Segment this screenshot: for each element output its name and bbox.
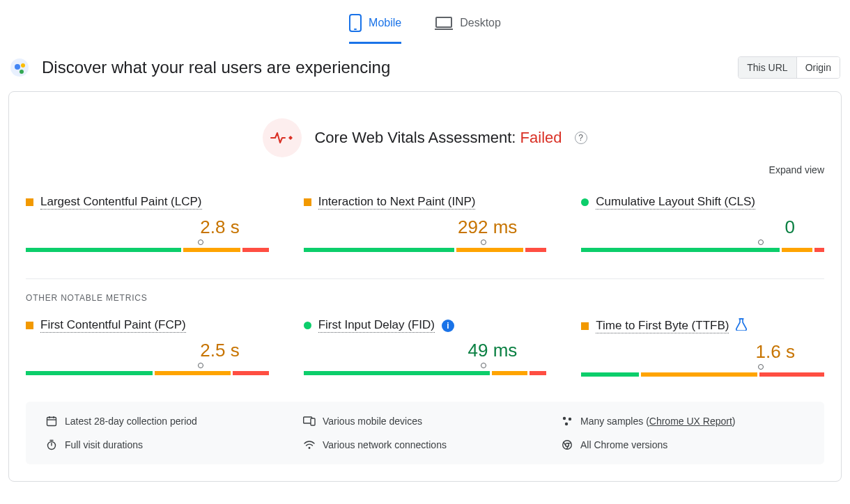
scope-toggle: This URL Origin [738, 56, 840, 79]
mobile-icon [349, 14, 362, 32]
metric-ttfb-bar [581, 365, 824, 377]
experimental-flask-icon [736, 318, 747, 334]
metric-cls: Cumulative Layout Shift (CLS) 0 [581, 195, 824, 252]
tab-desktop[interactable]: Desktop [435, 6, 501, 44]
status-indicator-icon [581, 198, 589, 206]
metric-fid-value: 49 ms [304, 340, 518, 361]
help-icon[interactable]: ? [575, 132, 587, 144]
metric-fcp: First Contentful Paint (FCP) 2.5 s [26, 318, 269, 377]
metric-lcp: Largest Contentful Paint (LCP) 2.8 s [26, 195, 269, 252]
assessment-badge-icon [263, 118, 302, 157]
metric-lcp-value: 2.8 s [26, 216, 240, 238]
info-collection-period: Latest 28-day collection period [45, 416, 289, 427]
devices-icon [303, 416, 316, 426]
tab-desktop-label: Desktop [460, 17, 501, 29]
data-info-box: Latest 28-day collection period Various … [26, 402, 824, 464]
device-tabs: Mobile Desktop [0, 0, 850, 44]
status-indicator-icon [304, 322, 311, 329]
toggle-this-url[interactable]: This URL [739, 57, 796, 78]
metric-cls-name[interactable]: Cumulative Layout Shift (CLS) [596, 195, 755, 210]
info-durations: Full visit durations [45, 439, 289, 450]
info-samples-prefix: Many samples ( [580, 416, 649, 427]
info-devices: Various mobile devices [303, 416, 547, 427]
divider [26, 278, 824, 279]
assessment-status: Failed [520, 129, 562, 146]
tab-mobile[interactable]: Mobile [349, 6, 401, 44]
samples-icon [561, 416, 573, 427]
metric-fcp-value: 2.5 s [26, 340, 240, 361]
chrome-icon [561, 439, 573, 450]
metric-inp-bar [304, 241, 547, 252]
cwv-card: Core Web Vitals Assessment: Failed ? Exp… [8, 91, 842, 482]
metric-fid: First Input Delay (FID) i 49 ms [304, 318, 547, 377]
svg-rect-1 [354, 29, 357, 30]
metric-cls-value: 0 [581, 216, 795, 238]
metric-lcp-name[interactable]: Largest Contentful Paint (LCP) [40, 195, 202, 210]
assessment-prefix: Core Web Vitals Assessment: [314, 129, 516, 146]
svg-point-11 [569, 418, 571, 420]
metric-inp-name[interactable]: Interaction to Next Paint (INP) [318, 195, 476, 210]
svg-point-6 [20, 70, 24, 74]
svg-rect-7 [47, 418, 56, 426]
metric-lcp-bar [26, 241, 269, 252]
metric-cls-bar [581, 241, 824, 252]
info-versions: All Chrome versions [561, 439, 805, 450]
other-metrics-grid: First Contentful Paint (FCP) 2.5 s First… [26, 318, 824, 377]
info-samples-suffix: ) [732, 416, 736, 427]
crux-report-link[interactable]: Chrome UX Report [649, 416, 732, 427]
status-indicator-icon [26, 198, 33, 206]
other-metrics-label: OTHER NOTABLE METRICS [26, 293, 824, 303]
calendar-icon [45, 416, 58, 427]
status-indicator-icon [26, 322, 33, 329]
insight-icon [10, 58, 29, 77]
stopwatch-icon [45, 439, 58, 450]
info-versions-text: All Chrome versions [580, 439, 667, 450]
desktop-icon [435, 16, 453, 30]
metric-inp-value: 292 ms [304, 216, 518, 238]
svg-rect-9 [311, 418, 315, 425]
assessment-text: Core Web Vitals Assessment: Failed [314, 129, 562, 147]
core-metrics-grid: Largest Contentful Paint (LCP) 2.8 s Int… [26, 195, 824, 252]
section-header: Discover what your real users are experi… [0, 44, 850, 91]
page-title: Discover what your real users are experi… [42, 58, 390, 77]
status-indicator-icon [581, 322, 589, 330]
network-icon [303, 440, 316, 450]
info-networks-text: Various network connections [323, 439, 447, 450]
metric-fcp-bar [26, 364, 269, 375]
metric-fid-name[interactable]: First Input Delay (FID) [318, 318, 435, 333]
expand-view-link[interactable]: Expand view [769, 164, 824, 175]
tab-mobile-label: Mobile [369, 17, 401, 29]
svg-point-10 [563, 417, 566, 420]
metric-fid-bar [304, 364, 547, 375]
metric-ttfb: Time to First Byte (TTFB) 1.6 s [581, 318, 824, 377]
assessment-row: Core Web Vitals Assessment: Failed ? [26, 118, 824, 157]
metric-ttfb-value: 1.6 s [581, 341, 795, 363]
info-collection-period-text: Latest 28-day collection period [65, 416, 197, 427]
metric-ttfb-name[interactable]: Time to First Byte (TTFB) [596, 319, 729, 333]
metric-fcp-name[interactable]: First Contentful Paint (FCP) [40, 318, 186, 333]
info-durations-text: Full visit durations [65, 439, 143, 450]
svg-point-4 [15, 64, 20, 70]
svg-point-5 [21, 63, 25, 68]
status-indicator-icon [304, 198, 311, 206]
svg-point-14 [309, 447, 311, 449]
info-devices-text: Various mobile devices [323, 416, 422, 427]
metric-inp: Interaction to Next Paint (INP) 292 ms [304, 195, 547, 252]
info-networks: Various network connections [303, 439, 547, 450]
info-samples: Many samples (Chrome UX Report) [561, 416, 805, 427]
svg-rect-2 [436, 17, 451, 27]
info-icon[interactable]: i [442, 320, 454, 332]
svg-point-12 [565, 423, 568, 425]
toggle-origin[interactable]: Origin [796, 57, 840, 78]
